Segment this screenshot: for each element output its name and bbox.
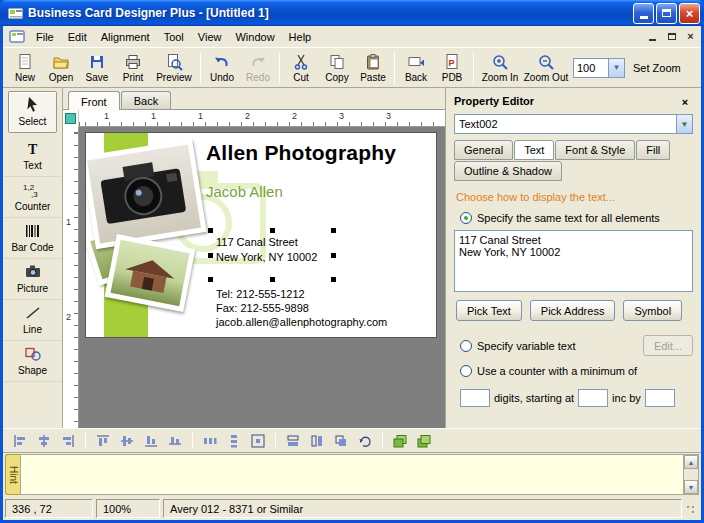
radio-counter-row[interactable]: Use a counter with a minimum of (460, 365, 693, 377)
cut-button[interactable]: Cut (283, 49, 319, 87)
tool-counter[interactable]: 1,2,3 Counter (3, 177, 62, 218)
zoom-combo-dropdown-icon[interactable]: ▼ (608, 59, 624, 77)
menu-edit[interactable]: Edit (61, 28, 94, 46)
mdi-close-button[interactable]: × (682, 29, 699, 44)
card-fax[interactable]: Fax: 212-555-9898 (216, 302, 309, 314)
redo-button[interactable]: Redo (240, 49, 276, 87)
selection-handle[interactable] (208, 228, 213, 233)
tab-front[interactable]: Front (68, 91, 120, 110)
tool-line[interactable]: Line (3, 300, 62, 341)
paste-button[interactable]: Paste (355, 49, 391, 87)
title-bar[interactable]: Business Card Designer Plus - [Untitled … (0, 0, 704, 26)
pick-address-button[interactable]: Pick Address (530, 300, 616, 321)
mdi-minimize-button[interactable] (644, 29, 661, 44)
radio-same-text-row[interactable]: Specify the same text for all elements (460, 212, 693, 224)
element-text-input[interactable]: 117 Canal Street New York, NY 10002 (454, 230, 693, 292)
align-top-button[interactable] (92, 431, 114, 451)
new-button[interactable]: New (7, 49, 43, 87)
resize-grip[interactable] (685, 504, 699, 518)
selection-handle[interactable] (331, 253, 336, 258)
selection-handle[interactable] (208, 277, 213, 282)
property-editor-close-icon[interactable]: × (677, 94, 693, 109)
same-height-button[interactable] (306, 431, 328, 451)
design-canvas[interactable]: 1 2 (63, 127, 445, 428)
tab-outline-shadow[interactable]: Outline & Shadow (454, 161, 562, 181)
minimize-button[interactable] (633, 3, 654, 24)
zoom-in-button[interactable]: Zoom In (477, 49, 523, 87)
menu-alignment[interactable]: Alignment (94, 28, 157, 46)
same-size-button[interactable] (330, 431, 352, 451)
card-email[interactable]: jacob.allen@allenphotography.com (216, 316, 387, 328)
menu-view[interactable]: View (191, 28, 229, 46)
set-zoom-button[interactable]: Set Zoom (633, 62, 681, 74)
zoom-out-button[interactable]: Zoom Out (523, 49, 569, 87)
card-person-name[interactable]: Jacob Allen (206, 183, 283, 200)
card-tel[interactable]: Tel: 212-555-1212 (216, 288, 305, 300)
hint-tab[interactable]: Hint (5, 454, 20, 495)
send-to-back-button[interactable] (413, 431, 435, 451)
tool-barcode[interactable]: Bar Code (3, 218, 62, 259)
business-card[interactable]: Allen Photography Jacob Allen 117 Canal … (85, 132, 437, 338)
tab-font-style[interactable]: Font & Style (555, 140, 635, 160)
mdi-restore-button[interactable] (663, 29, 680, 44)
open-button[interactable]: Open (43, 49, 79, 87)
pick-text-button[interactable]: Pick Text (456, 300, 522, 321)
center-on-card-button[interactable] (247, 431, 269, 451)
align-left-button[interactable] (9, 431, 31, 451)
counter-start-input[interactable] (578, 389, 608, 407)
document-icon[interactable] (9, 30, 25, 44)
align-bottom-button[interactable] (140, 431, 162, 451)
tool-shape[interactable]: Shape (3, 341, 62, 382)
menu-window[interactable]: Window (228, 28, 281, 46)
tab-general[interactable]: General (454, 140, 513, 160)
scroll-up-icon[interactable]: ▲ (684, 455, 698, 469)
back-button[interactable]: Back (398, 49, 434, 87)
element-selector-dropdown-icon[interactable]: ▼ (676, 115, 692, 133)
rotate-button[interactable] (354, 431, 376, 451)
tool-select[interactable]: Select (8, 91, 57, 133)
symbol-button[interactable]: Symbol (623, 300, 682, 321)
align-right-button[interactable] (57, 431, 79, 451)
edit-variable-text-button[interactable]: Edit... (643, 335, 693, 356)
counter-inc-input[interactable] (645, 389, 675, 407)
same-width-button[interactable] (282, 431, 304, 451)
radio-same-text[interactable] (460, 212, 472, 224)
copy-button[interactable]: Copy (319, 49, 355, 87)
scroll-down-icon[interactable]: ▼ (684, 480, 698, 494)
maximize-button[interactable] (656, 3, 677, 24)
element-selector-combo[interactable]: Text002 ▼ (454, 114, 693, 134)
save-button[interactable]: Save (79, 49, 115, 87)
selection-handle[interactable] (331, 277, 336, 282)
align-baseline-button[interactable] (164, 431, 186, 451)
print-button[interactable]: Print (115, 49, 151, 87)
close-button[interactable]: × (679, 3, 700, 24)
tab-text[interactable]: Text (514, 140, 554, 160)
space-across-button[interactable] (199, 431, 221, 451)
radio-counter[interactable] (460, 365, 472, 377)
radio-variable-text-row[interactable]: Specify variable text Edit... (460, 335, 693, 356)
zoom-level-input[interactable] (574, 59, 608, 77)
ruler-unit-chip[interactable] (65, 113, 76, 124)
space-down-button[interactable] (223, 431, 245, 451)
card-company-name[interactable]: Allen Photography (206, 141, 396, 165)
selection-handle[interactable] (270, 277, 275, 282)
counter-digits-input[interactable] (460, 389, 490, 407)
menu-help[interactable]: Help (282, 28, 319, 46)
preview-button[interactable]: Preview (151, 49, 197, 87)
menu-tool[interactable]: Tool (157, 28, 191, 46)
align-middle-v-button[interactable] (116, 431, 138, 451)
photo-camera[interactable] (85, 139, 207, 249)
zoom-level-combo[interactable]: ▼ (573, 58, 625, 78)
tab-fill[interactable]: Fill (636, 140, 670, 160)
menu-file[interactable]: File (29, 28, 61, 46)
radio-variable-text[interactable] (460, 340, 472, 352)
selection-handle[interactable] (331, 228, 336, 233)
pdb-button[interactable]: P PDB (434, 49, 470, 87)
selection-handle[interactable] (270, 228, 275, 233)
tool-picture[interactable]: Picture (3, 259, 62, 300)
hint-scrollbar[interactable]: ▲ ▼ (683, 455, 698, 494)
tool-text[interactable]: T Text (3, 136, 62, 177)
bring-to-front-button[interactable] (389, 431, 411, 451)
undo-button[interactable]: Undo (204, 49, 240, 87)
align-center-h-button[interactable] (33, 431, 55, 451)
